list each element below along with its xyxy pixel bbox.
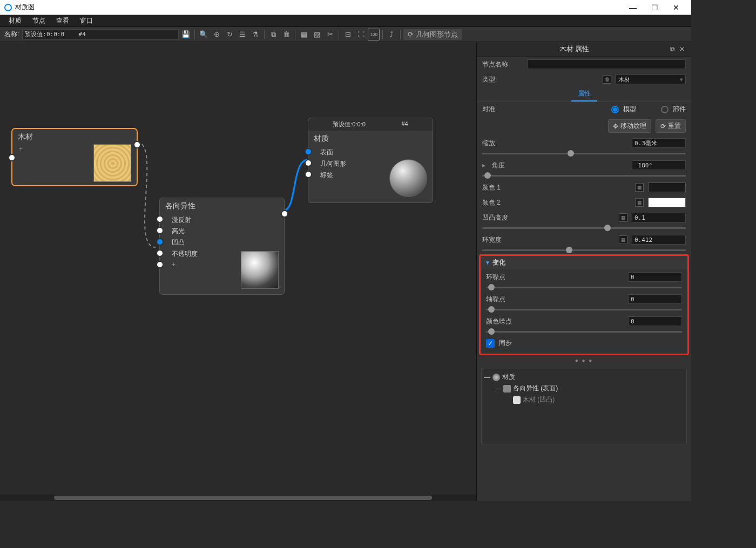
ring-value[interactable]: 0.412 (632, 235, 686, 245)
row-node-name: 节点名称: (477, 57, 691, 72)
row-axis-noise: 轴噪点 0 (481, 292, 687, 307)
type-dropdown[interactable]: 木材▾ (616, 75, 686, 84)
drag-handle-icon[interactable]: ● ● ● (477, 356, 691, 364)
node-mat-title: 材质 (308, 131, 433, 147)
menu-material[interactable]: 材质 (3, 16, 27, 25)
node-wood-title: 木材 (12, 129, 137, 145)
ring-noise-value[interactable]: 0 (628, 272, 682, 282)
refresh-icon[interactable]: ↻ (224, 29, 235, 40)
scroll-thumb[interactable] (54, 496, 432, 500)
wood-icon (513, 396, 521, 404)
angle-slider[interactable] (482, 175, 686, 177)
add-icon[interactable]: ⊕ (211, 29, 222, 40)
wood-thumbnail (93, 144, 131, 182)
ring-slider[interactable] (482, 249, 686, 251)
port-bump[interactable]: 凹凸 (160, 237, 284, 248)
color1-swatch[interactable] (648, 182, 686, 192)
tree-row-wood[interactable]: 木材 (凹凸) (484, 394, 684, 405)
input-port[interactable] (8, 154, 16, 161)
name-input[interactable] (22, 29, 179, 40)
texture-icon[interactable]: ▦ (619, 235, 627, 244)
delete-icon[interactable]: 🗑 (280, 29, 292, 40)
material-tree[interactable]: — 材质 — 各向异性 (表面) 木材 (凹凸) (481, 369, 687, 444)
angle-value[interactable]: -180° (632, 160, 686, 170)
window-title: 材质图 (15, 3, 35, 12)
close-button[interactable]: ✕ (665, 3, 687, 12)
collapse-icon[interactable]: — (495, 385, 501, 393)
material-icon (492, 374, 500, 381)
mat-thumbnail (389, 159, 427, 197)
row-type: 类型: 🗑 木材▾ (477, 72, 691, 87)
menu-view[interactable]: 查看 (51, 16, 75, 25)
port-surface[interactable]: 表面 (308, 147, 433, 158)
tab-properties[interactable]: 属性 (571, 87, 597, 102)
sync-checkbox[interactable]: ✓ (486, 339, 495, 348)
row-sync: ✓ 同步 (481, 336, 687, 350)
row-scale: 缩放 0.3毫米 (477, 136, 691, 151)
flask-icon[interactable]: ⚗ (249, 29, 261, 40)
title-bar: 材质图 — ☐ ✕ (0, 0, 691, 15)
reset-button[interactable]: ⟳重置 (656, 119, 686, 133)
expand-icon[interactable]: ⛶ (355, 29, 367, 40)
hundred-icon[interactable]: 100 (368, 29, 380, 40)
node-mat-header: 预设值:0:0:0#4 (308, 118, 433, 131)
node-material[interactable]: 预设值:0:0:0#4 材质 表面 几何图形 标签 (308, 118, 433, 203)
color-noise-slider[interactable] (486, 331, 682, 333)
axis-noise-value[interactable]: 0 (628, 294, 682, 304)
delete-type-icon[interactable]: 🗑 (603, 75, 611, 84)
node-name-input[interactable] (527, 59, 686, 69)
output-port[interactable] (133, 141, 141, 148)
bump-value[interactable]: 0.1 (632, 213, 686, 222)
chevron-right-icon[interactable]: ▸ (482, 161, 485, 169)
search-icon[interactable]: 🔍 (198, 29, 210, 40)
texture-icon[interactable]: ▦ (619, 213, 627, 222)
variation-header[interactable]: ▼ 变化 (481, 256, 687, 269)
save-icon[interactable]: 💾 (180, 29, 192, 40)
popout-icon[interactable]: ⧉ (667, 44, 677, 54)
group-icon[interactable]: ▦ (298, 29, 310, 40)
move-texture-button[interactable]: ✥移动纹理 (608, 119, 651, 133)
minimize-button[interactable]: — (622, 3, 644, 12)
reload-icon: ⟳ (408, 30, 414, 38)
scissors-icon[interactable]: ✂ (324, 29, 336, 40)
bump-slider[interactable] (482, 227, 686, 229)
radio-model[interactable] (611, 106, 619, 113)
move-icon: ✥ (613, 123, 618, 130)
texture-icon[interactable]: ▦ (635, 183, 644, 192)
color-noise-value[interactable]: 0 (628, 316, 682, 326)
scale-slider[interactable] (482, 153, 686, 154)
geometry-node-button[interactable]: ⟳ 几何图形节点 (403, 29, 462, 40)
ungroup-icon[interactable]: ▨ (311, 29, 323, 40)
node-wood[interactable]: 木材 + (12, 128, 137, 186)
chevron-down-icon: ▼ (485, 260, 490, 266)
aniso-icon (503, 385, 511, 393)
menu-node[interactable]: 节点 (27, 16, 51, 25)
axis-noise-slider[interactable] (486, 309, 682, 310)
collapse-icon[interactable]: — (484, 374, 490, 381)
row-ring: 环宽度 ▦ 0.412 (477, 232, 691, 247)
share-icon[interactable]: ⤴ (386, 29, 397, 40)
row-color1: 颜色 1 ▦ (477, 180, 691, 195)
radio-part[interactable] (661, 106, 669, 113)
color2-swatch[interactable] (648, 198, 686, 207)
texture-icon[interactable]: ▦ (635, 198, 644, 207)
maximize-button[interactable]: ☐ (644, 3, 665, 12)
horizontal-scrollbar[interactable] (0, 495, 476, 501)
scale-value[interactable]: 0.3毫米 (632, 138, 686, 148)
menu-bar: 材质 节点 查看 窗口 (0, 15, 691, 27)
node-canvas[interactable]: 木材 + 各向异性 漫反射 高光 凹凸 不透明度 + 预设值:0:0:0#4 (0, 42, 476, 501)
toolbar: 名称: 💾 🔍 ⊕ ↻ ☰ ⚗ ⧉ 🗑 ▦ ▨ ✂ ⊟ ⛶ 100 ⤴ ⟳ 几何… (0, 27, 691, 42)
row-angle: ▸ 角度 -180° (477, 158, 691, 173)
align-icon[interactable]: ⊟ (342, 29, 354, 40)
menu-window[interactable]: 窗口 (75, 16, 98, 25)
copy-icon[interactable]: ⧉ (267, 29, 279, 40)
tree-row-aniso[interactable]: — 各向异性 (表面) (484, 383, 684, 394)
ring-noise-slider[interactable] (486, 287, 682, 288)
port-diffuse[interactable]: 漫反射 (160, 214, 284, 226)
close-panel-icon[interactable]: ✕ (677, 44, 687, 54)
node-anisotropic[interactable]: 各向异性 漫反射 高光 凹凸 不透明度 + (159, 198, 285, 295)
port-specular[interactable]: 高光 (160, 226, 284, 237)
row-align: 对准 模型 部件 (477, 102, 691, 117)
tree-row-material[interactable]: — 材质 (484, 371, 684, 383)
sliders-icon[interactable]: ☰ (237, 29, 248, 40)
